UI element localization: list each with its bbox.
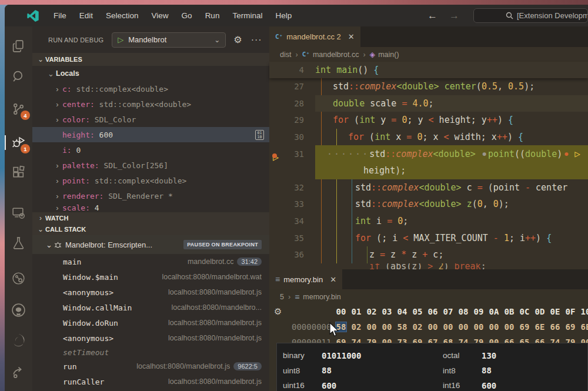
hex-byte-cell[interactable]: 66 — [550, 322, 560, 332]
variable-row[interactable]: ›scale: 4 — [32, 203, 269, 212]
code-line[interactable]: 33std::complex<double> z(0, 0); — [269, 196, 588, 213]
remote-explorer-icon[interactable] — [11, 206, 26, 220]
binary-file-icon: ≡ — [295, 292, 299, 302]
hex-byte-cell[interactable]: 02 — [412, 322, 423, 332]
variable-row[interactable]: ›center: std::complex<double> — [32, 96, 269, 112]
edge-browser-icon[interactable] — [11, 333, 26, 347]
tab-mandelbrot-cc[interactable]: C⁺ mandelbrot.cc 2 ✕ — [269, 26, 360, 47]
testing-icon[interactable] — [11, 236, 26, 250]
start-debug-icon[interactable]: ▷ — [118, 35, 123, 44]
source-control-icon[interactable]: 4 — [11, 102, 26, 116]
breadcrumb-symbol[interactable]: main() — [378, 51, 399, 59]
variable-row[interactable]: ›palette: SDL_Color[256] — [32, 158, 269, 173]
explorer-icon[interactable] — [11, 39, 26, 54]
hex-byte-cell[interactable]: 00 — [366, 322, 377, 332]
run-and-debug-icon[interactable]: 1 — [11, 135, 26, 150]
hex-byte-cell[interactable]: 6E — [534, 322, 545, 332]
menu-item-go[interactable]: Go — [175, 9, 199, 22]
configure-gear-icon[interactable]: ⚙ — [233, 34, 242, 45]
debug-session-row[interactable]: ⌄ Mandelbrot: Emscripten... PAUSED ON BR… — [32, 235, 269, 254]
navigate-forward-button[interactable]: → — [443, 10, 465, 22]
menu-item-run[interactable]: Run — [199, 9, 226, 22]
variable-row[interactable]: ›color: SDL_Color — [32, 112, 269, 127]
tab-memory-bin[interactable]: ≡ memory.bin ✕ — [269, 269, 342, 289]
binary-view-icon[interactable]: 0110 — [255, 130, 264, 140]
code-line[interactable]: 35for (; i < MAX_ITER_COUNT - 1; i++) { — [269, 229, 588, 246]
sticky-scroll-line[interactable]: 4 int main() { — [269, 62, 588, 78]
hex-byte-cell[interactable]: 00 — [504, 322, 514, 332]
code-line[interactable]: 28double scale = 4.0; — [269, 95, 588, 112]
breadcrumb-folder[interactable]: dist — [280, 51, 291, 59]
hex-inspect-icon[interactable] — [11, 271, 26, 286]
call-stack-frame[interactable]: runCallerlocalhost:8080/mandelbrot.js — [32, 374, 269, 389]
call-stack-section-header[interactable]: ⌄ CALL STACK — [32, 223, 269, 235]
hex-byte-cell[interactable]: 00 — [473, 322, 484, 332]
chevron-right-icon: › — [52, 176, 62, 185]
menu-item-edit[interactable]: Edit — [73, 9, 99, 22]
hex-byte-cell[interactable]: 00 — [458, 322, 469, 332]
hex-byte-cell[interactable]: 00 — [489, 322, 499, 332]
hex-byte-cell[interactable]: 00 — [443, 322, 453, 332]
hex-settings-gear-icon[interactable]: ⚙ — [274, 306, 292, 317]
variable-row[interactable]: height: 6000110 — [32, 127, 269, 142]
hex-byte-cell[interactable]: 00 — [427, 322, 438, 332]
breakpoint-dot-icon — [272, 153, 277, 158]
call-stack-frame[interactable]: Window.$mainlocalhost:8080/mandelbrot.wa… — [32, 269, 269, 285]
menu-item-view[interactable]: View — [145, 9, 175, 22]
call-stack-frame[interactable]: Window.callMainlocalhost:8080/mandelbro.… — [32, 300, 269, 315]
menu-item-file[interactable]: File — [47, 9, 73, 22]
panel-tab-bar: ≡ memory.bin ✕ — [269, 269, 588, 289]
call-stack-frame[interactable]: Window.doRunlocalhost:8080/mandelbrot.js — [32, 315, 269, 330]
hex-byte-cell[interactable]: 69 — [565, 322, 576, 332]
call-stack-frame[interactable]: setTimeout — [32, 346, 269, 359]
more-actions-icon[interactable]: ··· — [251, 35, 262, 45]
menu-bar: FileEditSelectionViewGoRunTerminalHelp — [47, 9, 298, 22]
code-line[interactable]: height); — [269, 162, 588, 179]
hex-byte-cell[interactable]: 6E — [580, 322, 588, 332]
menu-item-selection[interactable]: Selection — [99, 9, 145, 22]
panel-title: RUN AND DEBUG — [48, 36, 103, 44]
github-icon[interactable] — [11, 303, 26, 318]
call-stack-frame[interactable]: <anonymous>localhost:8080/mandelbrot.js — [32, 330, 269, 346]
menu-item-terminal[interactable]: Terminal — [226, 9, 269, 22]
code-line[interactable]: 30for (int x = 0; x < width; x++) { — [269, 129, 588, 146]
command-center-search[interactable]: [Extension Developm — [473, 8, 588, 23]
call-stack-frame[interactable]: mainmandelbrot.cc31:42 — [32, 254, 269, 269]
editor-group: C⁺ mandelbrot.cc 2 ✕ dist › C⁺ mandelbro… — [269, 26, 588, 391]
breadcrumb-file[interactable]: memory.bin — [303, 293, 340, 301]
launch-config-dropdown[interactable]: ▷ Mandelbrot ⌄ — [112, 32, 226, 48]
breadcrumb-prefix[interactable]: 5 — [280, 293, 284, 301]
variables-section-header[interactable]: ⌄ VARIABLES — [32, 53, 269, 66]
search-view-icon[interactable] — [11, 69, 26, 84]
hex-header-row: ⚙ 000102030405060708090A0B0C0D0E0F10 D — [269, 304, 588, 319]
call-stack-frame[interactable]: <anonymous>localhost:8080/mandelbrot.js — [32, 285, 269, 300]
code-line[interactable]: 36z = z * z + c; — [269, 246, 588, 263]
call-stack-frame[interactable]: runlocalhost:8080/mandelbrot.js9622:5 — [32, 359, 269, 374]
extensions-icon[interactable] — [11, 165, 26, 180]
watch-section-header[interactable]: › WATCH — [32, 212, 269, 223]
variable-row[interactable]: ›c: std::complex<double> — [32, 81, 269, 96]
close-tab-icon[interactable]: ✕ — [348, 32, 355, 41]
code-editor[interactable]: 27std::complex<double> center(0.5, 0.5);… — [269, 78, 588, 269]
menu-item-help[interactable]: Help — [269, 9, 298, 22]
code-line[interactable]: if (abs(z) > 2) break; — [269, 263, 588, 269]
cpp-file-icon: C⁺ — [275, 33, 283, 41]
variable-row[interactable]: ›point: std::complex<double> — [32, 173, 269, 188]
close-tab-icon[interactable]: ✕ — [330, 275, 336, 284]
live-share-icon[interactable] — [11, 365, 26, 379]
code-line[interactable]: 31▷······std::complex<double> ●point((do… — [269, 145, 588, 162]
variable-row[interactable]: i: 0 — [32, 142, 269, 158]
breadcrumb-file[interactable]: mandelbrot.cc — [313, 51, 359, 59]
navigate-back-button[interactable]: ← — [422, 10, 443, 22]
locals-scope-row[interactable]: ⌄ Locals — [32, 66, 269, 81]
hex-byte-cell[interactable]: 02 — [351, 322, 362, 332]
hex-byte-cell[interactable]: 00 — [382, 322, 392, 332]
hex-byte-cell[interactable]: 69 — [519, 322, 530, 332]
code-line[interactable]: 29for (int y = 0; y < height; y++) { — [269, 112, 588, 129]
code-line[interactable]: 32std::complex<double> c = (point - cent… — [269, 179, 588, 196]
code-line[interactable]: 34int i = 0; — [269, 213, 588, 230]
hex-byte-cell[interactable]: 58 — [397, 322, 407, 332]
variable-row[interactable]: ›renderer: SDL_Renderer * — [32, 188, 269, 203]
code-line[interactable]: 27std::complex<double> center(0.5, 0.5); — [269, 78, 588, 95]
line-number: 34 — [269, 216, 315, 226]
